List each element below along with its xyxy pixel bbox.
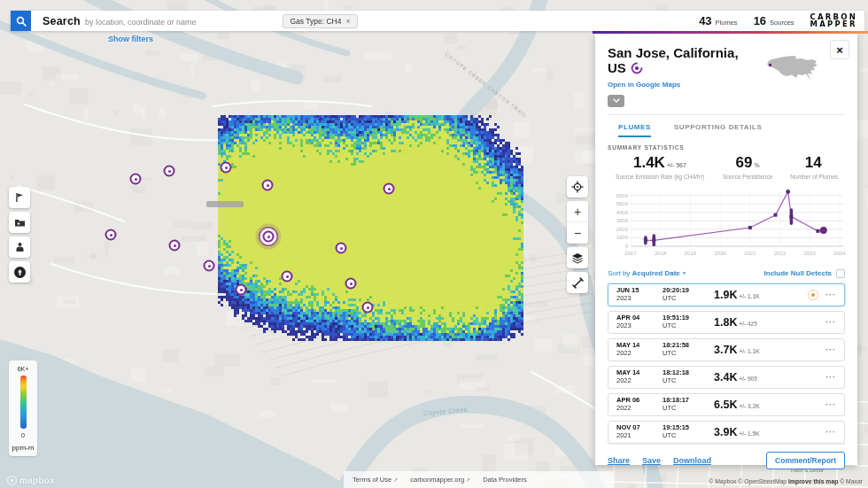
plume-time: 18:21:58UTC <box>663 342 714 357</box>
terms-of-use-link[interactable]: Terms of Use↗ <box>353 476 398 484</box>
download-button[interactable]: Download <box>673 456 711 465</box>
scale-min-label: 0 <box>21 432 25 438</box>
gas-type-filter-chip[interactable]: Gas Type: CH4 × <box>283 14 357 28</box>
carbonmapper-site-link[interactable]: carbonmapper.org↗ <box>410 476 470 484</box>
svg-text:4000: 4000 <box>616 209 629 214</box>
target-icon <box>571 181 584 193</box>
plume-list-item[interactable]: JUN 152023 20:20:19UTC 1.9K+/- 1.1K ··· <box>608 283 845 306</box>
zoom-in-button[interactable]: + <box>567 201 588 222</box>
data-providers-link[interactable]: Data Providers <box>483 476 527 484</box>
plume-marker[interactable] <box>204 260 215 272</box>
null-detects-checkbox[interactable] <box>836 269 845 278</box>
plume-list-item[interactable]: MAY 142022 18:12:18UTC 3.4K+/- 905 ··· <box>608 366 845 389</box>
plume-emission-value: 3.9K+/- 1.5K <box>714 426 760 438</box>
top-search-bar: Search by location, coordinate or name G… <box>11 11 864 31</box>
portfolio-tool-button[interactable] <box>9 236 30 258</box>
flag-tool-button[interactable] <box>9 187 30 208</box>
footer-links: Terms of Use↗ carbonmapper.org↗ Data Pro… <box>344 471 613 488</box>
improve-map-link[interactable]: Improve this map <box>788 478 838 484</box>
svg-text:2020: 2020 <box>714 251 726 256</box>
chip-close-icon[interactable]: × <box>345 17 350 26</box>
person-icon <box>15 242 25 252</box>
svg-text:3000: 3000 <box>616 218 629 223</box>
svg-text:2000: 2000 <box>616 227 629 232</box>
flag-icon <box>14 192 25 203</box>
collapse-header-button[interactable] <box>608 95 624 107</box>
plume-marker-selected[interactable] <box>263 231 275 243</box>
row-menu-button[interactable]: ··· <box>826 401 837 407</box>
plume-marker[interactable] <box>130 174 142 185</box>
concentration-scale: 6K+ 0 ppm-m <box>9 360 37 456</box>
plume-list-item[interactable]: APR 042023 19:51:19UTC 1.8K+/- 425 ··· <box>608 311 845 334</box>
plume-list-item[interactable]: MAY 142022 18:21:58UTC 3.7K+/- 1.1K ··· <box>608 338 845 361</box>
plume-marker[interactable] <box>164 166 175 177</box>
plume-marker[interactable] <box>262 180 274 191</box>
plume-marker[interactable] <box>336 243 347 254</box>
chevron-down-icon <box>613 98 620 103</box>
svg-text:2023: 2023 <box>804 251 817 256</box>
include-null-detects-toggle[interactable]: Include Null Detects <box>764 269 845 278</box>
plume-marker[interactable] <box>384 183 395 195</box>
plume-marker[interactable] <box>105 229 117 241</box>
map-attribution: © Mapbox © OpenStreetMap Improve this ma… <box>709 478 863 484</box>
row-menu-button[interactable]: ··· <box>826 374 837 380</box>
plume-emission-value: 3.4K+/- 905 <box>714 371 757 383</box>
search-input[interactable]: Search by location, coordinate or name <box>43 15 196 27</box>
plume-list: JUN 152023 20:20:19UTC 1.9K+/- 1.1K ··· … <box>608 283 845 444</box>
svg-text:2018: 2018 <box>655 251 667 256</box>
panel-footer: Share Save Download Comment/Report <box>608 444 845 478</box>
carbon-mapper-logo[interactable]: CARBON MAPPER <box>810 13 857 28</box>
svg-text:2021: 2021 <box>744 251 756 256</box>
search-icon <box>16 16 27 27</box>
scale-unit-label: ppm-m <box>12 444 35 452</box>
row-menu-button[interactable]: ··· <box>826 319 837 325</box>
mapbox-logo[interactable]: mapbox <box>7 476 55 485</box>
plume-marker[interactable] <box>221 162 232 174</box>
plume-date: MAY 142022 <box>616 369 663 384</box>
imagery-tool-button[interactable] <box>9 212 30 233</box>
svg-text:0: 0 <box>625 244 629 249</box>
plume-emission-value: 3.7K+/- 1.1K <box>714 344 760 356</box>
plume-date: APR 042023 <box>616 314 663 329</box>
plume-date: JUN 152023 <box>616 287 663 302</box>
plume-list-item[interactable]: APR 062022 18:18:17UTC 6.5K+/- 3.2K ··· <box>608 393 845 416</box>
show-filters-link[interactable]: Show filters <box>108 35 153 43</box>
plume-marker[interactable] <box>282 271 293 283</box>
sort-dropdown[interactable]: Sort by Acquired Date ▼ <box>608 269 686 277</box>
plume-time: 18:18:17UTC <box>663 397 714 412</box>
save-button[interactable]: Save <box>642 456 661 465</box>
geolocate-button[interactable] <box>567 176 588 198</box>
result-counts: 43 Plumes 16 Sources CARBON MAPPER <box>699 13 864 27</box>
plume-time: 19:51:19UTC <box>663 314 714 329</box>
location-dot <box>769 64 771 66</box>
plumes-count: 43 Plumes <box>699 14 737 27</box>
daytime-detection-icon <box>808 290 818 300</box>
plume-time: 18:12:18UTC <box>663 369 714 384</box>
search-button[interactable] <box>11 11 31 31</box>
tab-supporting-details[interactable]: SUPPORTING DETAILS <box>674 123 763 137</box>
svg-text:2017: 2017 <box>624 251 637 256</box>
comment-report-button[interactable]: Comment/Report <box>766 452 845 469</box>
globe-icon <box>13 266 27 279</box>
minus-icon: − <box>574 226 581 240</box>
panel-header: San Jose, California, US Open in Google … <box>608 34 845 115</box>
plume-marker[interactable] <box>169 240 181 252</box>
measure-button[interactable] <box>567 272 588 293</box>
plume-list-item[interactable]: NOV 072021 19:15:15UTC 3.9K+/- 1.5K ··· <box>608 421 845 444</box>
scale-gradient <box>20 376 27 429</box>
row-menu-button[interactable]: ··· <box>826 429 837 435</box>
tab-plumes[interactable]: PLUMES <box>618 123 651 137</box>
row-menu-button[interactable]: ··· <box>826 346 837 352</box>
plume-marker[interactable] <box>362 302 374 314</box>
row-menu-button[interactable]: ··· <box>826 291 837 298</box>
search-placeholder: by location, coordinate or name <box>85 18 197 27</box>
plume-date: APR 062022 <box>616 397 663 412</box>
share-button[interactable]: Share <box>608 456 630 465</box>
globe-tool-button[interactable] <box>9 261 30 283</box>
plume-marker[interactable] <box>236 284 247 296</box>
plume-marker[interactable] <box>345 278 357 290</box>
zoom-out-button[interactable]: − <box>567 222 588 244</box>
external-link-icon: ↗ <box>466 476 470 483</box>
layers-button[interactable] <box>567 247 588 268</box>
app-root: Coyote Creek COYOTE CREEK CANYON TRAIL F… <box>0 0 868 488</box>
